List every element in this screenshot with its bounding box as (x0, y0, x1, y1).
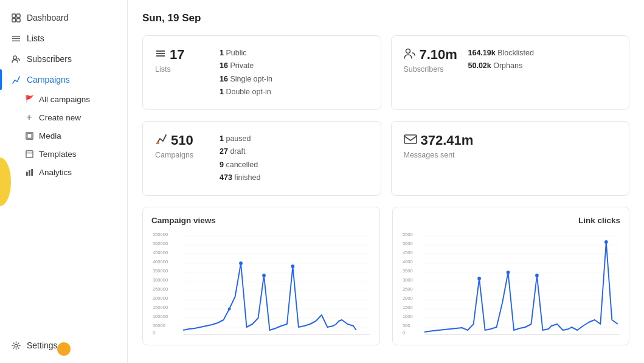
svg-text:400000: 400000 (153, 259, 168, 264)
stat-campaigns-value: 510 (155, 133, 210, 148)
sidebar-bottom-dot (57, 342, 71, 356)
campaigns-stat-icon (155, 133, 167, 148)
stat-subscribers-label: Subscribers (404, 65, 459, 74)
svg-text:500000: 500000 (153, 241, 168, 246)
stat-lists-value: 17 (155, 47, 210, 63)
stat-subscribers-value: 7.10m (404, 47, 459, 63)
svg-point-19 (406, 49, 410, 53)
stat-lists-label: Lists (155, 65, 210, 74)
templates-label: Templates (39, 150, 77, 159)
svg-rect-14 (31, 168, 33, 175)
svg-point-20 (157, 142, 159, 144)
stat-subscribers-breakdown: 164.19k Blocklisted 50.02k Orphans (468, 47, 534, 73)
stats-row-2: 510 Campaigns 1 paused 27 draft 9 cancel… (142, 121, 629, 196)
subscribers-label: Subscribers (27, 54, 72, 64)
campaigns-label: Campaigns (27, 75, 70, 85)
analytics-icon (24, 167, 34, 177)
svg-point-75 (506, 271, 510, 274)
svg-rect-2 (12, 18, 15, 22)
svg-text:300000: 300000 (153, 277, 168, 283)
sidebar: Dashboard Lists Subscribers Campaigns 🚩 … (0, 0, 128, 363)
svg-point-7 (13, 55, 16, 59)
subscribers-icon (11, 54, 21, 64)
sidebar-item-dashboard[interactable]: Dashboard (0, 7, 127, 28)
svg-rect-10 (26, 150, 32, 157)
sidebar-sub-item-create-new[interactable]: + Create new (0, 108, 127, 126)
page-date: Sun, 19 Sep (142, 12, 629, 24)
lists-icon (11, 33, 21, 43)
sidebar-item-subscribers[interactable]: Subscribers (0, 49, 127, 69)
stat-card-lists-left: 17 Lists (155, 47, 210, 74)
stat-messages-label: Messages sent (404, 151, 474, 159)
svg-text:4500: 4500 (402, 250, 413, 255)
create-new-label: Create new (39, 113, 81, 122)
stat-card-messages-left: 372.41m Messages sent (404, 133, 474, 159)
svg-text:200000: 200000 (153, 296, 168, 301)
svg-text:5000: 5000 (402, 241, 413, 246)
svg-text:2500: 2500 (402, 286, 413, 292)
chart-views-svg: 550000 500000 450000 400000 350000 30000… (151, 230, 371, 336)
all-campaigns-label: All campaigns (39, 95, 90, 104)
chart-clicks-title: Link clicks (401, 216, 621, 225)
chart-views-title: Campaign views (151, 216, 371, 225)
campaigns-icon (11, 75, 21, 85)
settings-label: Settings (27, 341, 58, 350)
svg-text:250000: 250000 (153, 286, 168, 292)
stat-card-lists: 17 Lists 1 Public 16 Private 16 Single o… (142, 35, 381, 110)
sidebar-item-campaigns[interactable]: Campaigns (0, 69, 127, 90)
svg-rect-21 (404, 135, 417, 143)
media-icon (24, 131, 34, 140)
chart-clicks: Link clicks 5500 5000 4500 4000 3500 300… (392, 207, 630, 345)
svg-rect-12 (26, 171, 27, 176)
svg-text:450000: 450000 (153, 250, 168, 255)
media-label: Media (39, 131, 61, 140)
stat-card-subscribers: 7.10m Subscribers 164.19k Blocklisted 50… (391, 35, 630, 110)
svg-point-76 (535, 274, 539, 277)
stat-messages-value: 372.41m (404, 133, 474, 148)
sidebar-sub-item-templates[interactable]: Templates (0, 145, 127, 163)
svg-point-77 (604, 240, 608, 244)
templates-icon (24, 149, 34, 159)
lists-stat-icon (155, 48, 166, 62)
sidebar-sub-item-all-campaigns[interactable]: 🚩 All campaigns (0, 90, 127, 108)
svg-text:150000: 150000 (153, 305, 168, 310)
svg-rect-1 (16, 13, 20, 17)
svg-text:5500: 5500 (402, 232, 413, 237)
stat-card-messages: 372.41m Messages sent (391, 121, 630, 196)
stat-card-campaigns: 510 Campaigns 1 paused 27 draft 9 cancel… (142, 121, 381, 196)
svg-text:100000: 100000 (153, 314, 168, 319)
svg-text:3500: 3500 (402, 268, 413, 274)
settings-icon (11, 341, 21, 350)
lists-label: Lists (27, 33, 44, 43)
subscribers-stat-icon (404, 48, 416, 62)
chart-clicks-svg: 5500 5000 4500 4000 3500 3000 2500 2000 … (401, 230, 621, 336)
svg-point-74 (477, 277, 481, 280)
sidebar-sub-item-media[interactable]: Media (0, 126, 127, 145)
sidebar-sub-item-analytics[interactable]: Analytics (0, 163, 127, 181)
stat-card-subscribers-left: 7.10m Subscribers (404, 47, 459, 74)
svg-text:2000: 2000 (402, 296, 413, 301)
svg-text:3000: 3000 (402, 277, 413, 283)
svg-text:500: 500 (402, 323, 410, 328)
stats-row-1: 17 Lists 1 Public 16 Private 16 Single o… (142, 35, 629, 110)
svg-point-47 (262, 274, 266, 277)
svg-point-15 (15, 344, 18, 347)
svg-rect-3 (16, 18, 20, 22)
dashboard-icon (11, 13, 21, 22)
svg-rect-9 (27, 133, 31, 137)
dashboard-label: Dashboard (27, 13, 69, 22)
stat-campaigns-label: Campaigns (155, 151, 210, 159)
charts-row: Campaign views 550000 500000 450000 4000… (142, 207, 629, 345)
svg-text:0: 0 (153, 330, 156, 336)
svg-rect-0 (12, 13, 15, 17)
svg-text:1000: 1000 (402, 314, 413, 319)
svg-text:50000: 50000 (153, 323, 166, 328)
analytics-label: Analytics (39, 168, 72, 177)
create-new-icon: + (24, 112, 34, 122)
all-campaigns-icon: 🚩 (24, 94, 34, 104)
sidebar-item-lists[interactable]: Lists (0, 28, 127, 49)
stat-lists-breakdown: 1 Public 16 Private 16 Single opt-in 1 D… (220, 47, 272, 99)
stat-card-campaigns-left: 510 Campaigns (155, 133, 210, 159)
svg-text:0: 0 (402, 330, 405, 336)
svg-text:1500: 1500 (402, 305, 413, 310)
